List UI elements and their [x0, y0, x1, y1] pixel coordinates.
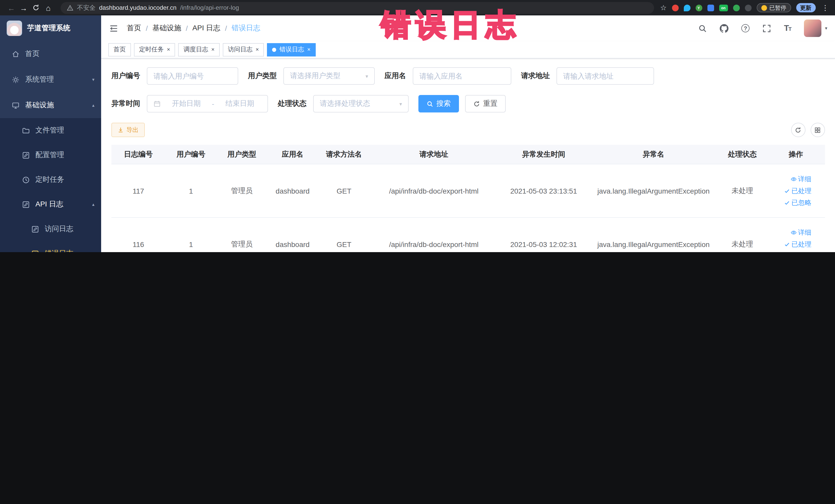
navbar-actions: ? TT ▾ [698, 20, 827, 37]
close-icon[interactable]: × [307, 47, 311, 53]
sidebar-item-system-management[interactable]: 系统管理 ▾ [0, 67, 101, 93]
extension-icon-green[interactable]: Y [695, 4, 702, 11]
logo-image [7, 21, 22, 36]
cell-user-id: 1 [165, 187, 217, 195]
app-logo[interactable]: 芋道管理系统 [0, 15, 101, 41]
cell-exception-time: 2021-05-03 23:13:51 [498, 187, 589, 195]
gear-icon [11, 76, 20, 84]
back-button[interactable]: ← [5, 2, 18, 14]
mark-ignored-link[interactable]: 已忽略 [784, 198, 811, 207]
start-date-placeholder: 开始日期 [165, 99, 208, 108]
export-button[interactable]: 导出 [111, 123, 145, 137]
paused-badge[interactable]: 已暂停 [756, 3, 791, 12]
tab-error-logs[interactable]: 错误日志× [267, 43, 316, 56]
column-header: 处理状态 [718, 150, 767, 159]
close-icon[interactable]: × [167, 47, 170, 53]
browser-toolbar: ← → ⌂ 不安全 dashboard.yudao.iocoder.cn/inf… [0, 0, 835, 15]
app-name-label: 应用名 [385, 72, 406, 81]
address-bar[interactable]: 不安全 dashboard.yudao.iocoder.cn/infra/log… [61, 2, 654, 14]
bookmark-star-icon[interactable]: ☆ [660, 4, 667, 12]
extension-icon-leaf[interactable] [733, 4, 739, 11]
update-button[interactable]: 更新 [796, 3, 815, 12]
column-header: 请求方法名 [318, 150, 370, 159]
tab-schedule-logs[interactable]: 调度日志× [178, 43, 220, 56]
sidebar-item-home[interactable]: 首页 [0, 41, 101, 67]
tags-view: 首页 定时任务× 调度日志× 访问日志× 错误日志× [101, 41, 835, 59]
user-type-select[interactable]: 请选择用户类型 ▾ [283, 67, 375, 85]
app-name-input[interactable] [413, 67, 511, 85]
sidebar-item-scheduled-tasks[interactable]: 定时任务 [0, 167, 101, 192]
exception-time-label: 异常时间 [111, 99, 140, 108]
extension-icon-red[interactable] [672, 4, 678, 11]
cell-request-url: /api/infra/db-doc/export-html [370, 240, 498, 248]
mark-ignored-link[interactable]: 已忽略 [784, 251, 811, 252]
sidebar-item-infrastructure[interactable]: 基础设施 ▴ [0, 93, 101, 118]
tab-access-logs[interactable]: 访问日志× [223, 43, 264, 56]
home-button[interactable]: ⌂ [42, 2, 55, 14]
process-status-select[interactable]: 请选择处理状态 ▾ [313, 95, 409, 113]
font-size-icon[interactable]: TT [784, 24, 791, 33]
cell-status: 未处理 [718, 186, 767, 195]
refresh-button[interactable] [791, 123, 805, 137]
user-id-input[interactable] [147, 67, 238, 85]
range-separator: - [212, 100, 214, 108]
extension-icon-grid[interactable] [707, 4, 714, 11]
search-button[interactable]: 搜索 [419, 95, 459, 113]
table-toolbar: 导出 [111, 123, 825, 137]
fullscreen-icon[interactable] [762, 24, 771, 33]
forward-button[interactable]: → [18, 2, 30, 14]
active-dot [272, 47, 277, 52]
breadcrumb-home[interactable]: 首页 [127, 24, 141, 33]
browser-actions: ☆ Y on 已暂停 更新 ⋮ [660, 3, 830, 12]
tab-scheduled-tasks[interactable]: 定时任务× [134, 43, 175, 56]
date-range-picker[interactable]: 开始日期 - 结束日期 [147, 95, 268, 113]
extension-icon-drop[interactable] [684, 4, 690, 11]
chevron-up-icon: ▴ [92, 103, 95, 108]
breadcrumb-api-logs[interactable]: API 日志 [192, 24, 221, 33]
folder-icon [22, 126, 30, 135]
mark-processed-link[interactable]: 已处理 [784, 186, 811, 195]
breadcrumb-current: 错误日志 [231, 24, 260, 33]
request-url-input[interactable] [556, 67, 654, 85]
browser-menu-icon[interactable]: ⋮ [821, 4, 830, 12]
help-icon[interactable]: ? [741, 24, 750, 32]
chevron-up-icon: ▴ [92, 202, 95, 207]
cell-request-url: /api/infra/db-doc/export-html [370, 187, 498, 195]
breadcrumb-infrastructure[interactable]: 基础设施 [152, 24, 181, 33]
sidebar-item-api-logs[interactable]: API 日志 ▴ [0, 192, 101, 217]
extension-icon-on[interactable]: on [719, 4, 728, 11]
breadcrumb: 首页 / 基础设施 / API 日志 / 错误日志 [127, 24, 260, 33]
column-settings-button[interactable] [810, 123, 825, 137]
hamburger-icon[interactable] [109, 23, 119, 33]
search-icon[interactable] [698, 24, 707, 33]
detail-link[interactable]: 详细 [790, 174, 811, 184]
reload-button[interactable] [30, 2, 42, 14]
column-header: 应用名 [267, 150, 318, 159]
sidebar-item-file-management[interactable]: 文件管理 [0, 118, 101, 143]
sidebar-item-error-logs[interactable]: 错误日志 [0, 241, 101, 252]
error-log-table: 日志编号 用户编号 用户类型 应用名 请求方法名 请求地址 异常发生时间 异常名… [111, 145, 825, 252]
detail-link[interactable]: 详细 [790, 228, 811, 237]
sidebar: 芋道管理系统 首页 系统管理 ▾ 基础设施 ▴ 文件管理 [0, 15, 101, 252]
cell-exception-name: java.lang.IllegalArgumentException [589, 187, 718, 195]
filter-row-2: 异常时间 开始日期 - 结束日期 处理状态 请选择处理状态 ▾ [111, 95, 825, 113]
sidebar-item-access-logs[interactable]: 访问日志 [0, 217, 101, 241]
cell-method: GET [318, 240, 370, 248]
user-type-label: 用户类型 [248, 72, 277, 81]
process-status-label: 处理状态 [278, 99, 306, 108]
github-icon[interactable] [720, 24, 729, 33]
security-label: 不安全 [77, 3, 96, 12]
app-title: 芋道管理系统 [27, 24, 70, 33]
cell-user-type: 管理员 [217, 186, 267, 195]
sidebar-item-config-management[interactable]: 配置管理 [0, 143, 101, 167]
close-icon[interactable]: × [211, 47, 215, 53]
reset-button[interactable]: 重置 [465, 95, 506, 113]
cell-log-id: 117 [111, 187, 165, 195]
user-menu[interactable]: ▾ [804, 20, 827, 37]
tab-home[interactable]: 首页 [108, 43, 131, 56]
cell-method: GET [318, 187, 370, 195]
close-icon[interactable]: × [256, 47, 259, 53]
calendar-icon [154, 100, 161, 107]
mark-processed-link[interactable]: 已处理 [784, 240, 811, 249]
extension-icon-paw[interactable] [745, 4, 751, 11]
